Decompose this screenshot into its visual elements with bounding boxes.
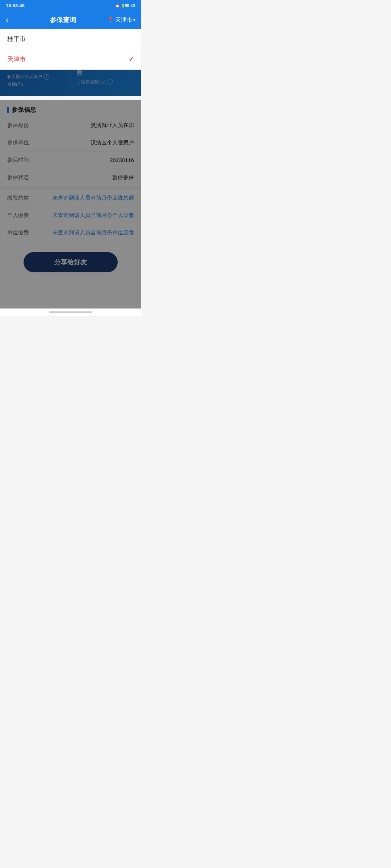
table-row: 参保状态 暂停参保 bbox=[7, 169, 134, 186]
section-bar bbox=[7, 107, 9, 113]
nav-bar: ‹ 参保查询 📍 天津市 ▾ bbox=[0, 11, 141, 29]
row-value: 灵活就业人员在职 bbox=[91, 122, 134, 129]
table-row: 参保时间 20230116 bbox=[7, 152, 134, 169]
row-label: 参保状态 bbox=[7, 174, 29, 181]
balance-label: 职工医保个人账户 i bbox=[7, 74, 65, 80]
insure-section-title: 参保信息 bbox=[12, 106, 36, 114]
status-icons: ⏰ 🔋68 5G bbox=[115, 4, 135, 8]
back-button[interactable]: ‹ bbox=[6, 15, 19, 25]
page-title: 参保查询 bbox=[19, 16, 107, 24]
row-label: 参保时间 bbox=[7, 157, 29, 163]
city-option-guiping[interactable]: 桂平市 bbox=[0, 29, 141, 49]
background-content: 👤 职工垫付医疗保险 0.00 职工医保个人账户 i 余额(元) 职工未查询到缴… bbox=[0, 29, 141, 309]
fee-value: 未查询到该人员当前月份应缴总额 bbox=[52, 195, 134, 201]
city-option-label: 桂平市 bbox=[7, 35, 26, 43]
table-row: 个人缴费 未查询到该人员当前月份个人应缴 bbox=[7, 207, 134, 224]
spacer bbox=[0, 186, 141, 190]
row-label: 参保身份 bbox=[7, 122, 29, 129]
location-icon: 📍 bbox=[107, 17, 114, 24]
info-icon-month[interactable]: i bbox=[107, 79, 113, 85]
city-dropdown: 桂平市 天津市 ✓ bbox=[0, 29, 141, 70]
table-row: 缴费总数 未查询到该人员当前月份应缴总额 bbox=[7, 190, 134, 207]
fee-label: 个人缴费 bbox=[7, 212, 29, 219]
fee-value: 未查询到该人员当前月份个人应缴 bbox=[52, 212, 134, 219]
insure-info-table: 参保身份 灵活就业人员在职 参保单位 汉沽区个人缴费户 参保时间 2023011… bbox=[0, 117, 141, 186]
status-time: 18:53:48 bbox=[6, 3, 25, 8]
info-icon-balance[interactable]: i bbox=[43, 74, 49, 80]
alarm-icon: ⏰ bbox=[115, 4, 119, 8]
fee-value: 未查询到该人员当前月份单位应缴 bbox=[52, 229, 134, 236]
row-value: 汉沽区个人缴费户 bbox=[91, 139, 134, 146]
status-bar: 18:53:48 ⏰ 🔋68 5G bbox=[0, 0, 141, 11]
location-selector[interactable]: 📍 天津市 ▾ bbox=[107, 16, 135, 24]
bottom-extra bbox=[0, 280, 141, 309]
share-button-area: 分享给好友 bbox=[0, 241, 141, 280]
table-row: 单位缴费 未查询到该人员当前月份单位应缴 bbox=[7, 224, 134, 241]
insure-section-header: 参保信息 bbox=[0, 100, 141, 117]
month-label: 月缴费基数(元) i bbox=[77, 79, 134, 85]
share-button[interactable]: 分享给好友 bbox=[24, 252, 118, 272]
month-label-text: 月缴费基数(元) bbox=[77, 79, 106, 85]
city-option-tianjin[interactable]: 天津市 ✓ bbox=[0, 49, 141, 69]
check-icon: ✓ bbox=[129, 55, 134, 63]
battery-icon: 🔋68 bbox=[121, 4, 129, 8]
table-row: 参保身份 灵活就业人员在职 bbox=[7, 117, 134, 134]
home-bar bbox=[49, 311, 92, 313]
home-indicator bbox=[0, 309, 141, 316]
signal-icon: 5G bbox=[131, 4, 135, 8]
table-row: 参保单位 汉沽区个人缴费户 bbox=[7, 134, 134, 152]
row-value: 暂停参保 bbox=[112, 174, 134, 181]
city-name: 天津市 bbox=[115, 16, 133, 24]
fee-table: 缴费总数 未查询到该人员当前月份应缴总额 个人缴费 未查询到该人员当前月份个人应… bbox=[0, 190, 141, 241]
fee-label: 缴费总数 bbox=[7, 195, 29, 201]
chevron-down-icon: ▾ bbox=[133, 17, 135, 22]
balance-label-text: 职工医保个人账户 bbox=[7, 74, 42, 80]
row-label: 参保单位 bbox=[7, 139, 29, 146]
balance-sublabel-text: 余额(元) bbox=[7, 81, 23, 88]
balance-sublabel: 余额(元) bbox=[7, 81, 65, 88]
row-value: 20230116 bbox=[110, 157, 134, 163]
fee-label: 单位缴费 bbox=[7, 229, 29, 236]
city-option-selected-label: 天津市 bbox=[7, 55, 26, 63]
